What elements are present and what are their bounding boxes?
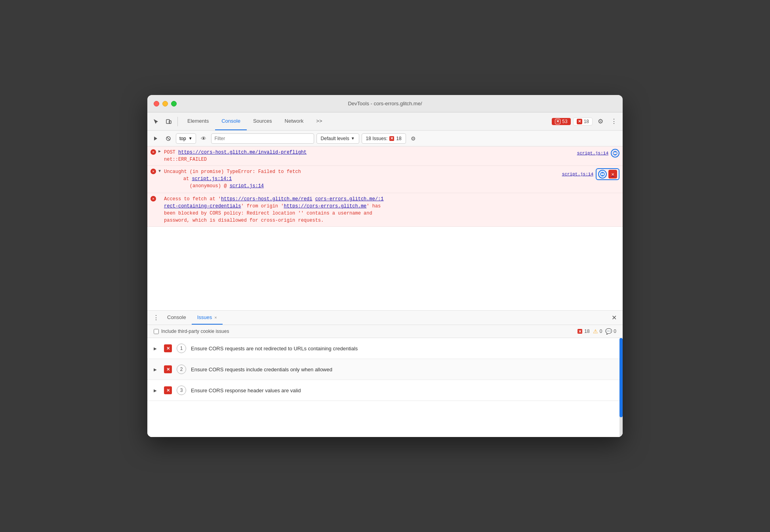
info-count-num: 0: [614, 329, 616, 334]
filter-input[interactable]: [211, 133, 314, 144]
method-label: POST: [164, 150, 178, 155]
issue-num-1: 1: [177, 344, 186, 353]
more-options-icon[interactable]: ⋮: [608, 116, 619, 127]
issues-count: 18: [396, 136, 401, 141]
error-count-badge[interactable]: ✕ 53: [552, 118, 570, 125]
block-button[interactable]: [163, 133, 173, 144]
context-selector[interactable]: top ▼: [176, 133, 196, 144]
toolbar-right: ✕ 53 ✕ 18 ⚙ ⋮: [552, 116, 619, 127]
device-icon[interactable]: [163, 116, 174, 127]
error-circle-2: ✕: [151, 169, 156, 174]
cors-url-1[interactable]: https://cors-host.glitch.me/redi: [221, 196, 312, 202]
tab-console[interactable]: Console: [215, 112, 247, 130]
highlighted-actions: ✕: [596, 168, 619, 180]
svg-line-4: [167, 137, 170, 140]
cors-error-prefix: Access to fetch at ': [164, 196, 221, 202]
tab-more[interactable]: >>: [310, 112, 328, 130]
url-link-1[interactable]: https://cors-host.glitch.me/invalid-pref…: [178, 150, 307, 155]
bottom-tab-issues[interactable]: Issues ×: [192, 311, 223, 325]
main-toolbar: Elements Console Sources Network >> ✕ 53…: [147, 112, 623, 131]
close-button[interactable]: [154, 101, 159, 106]
error-message-2: Uncaught (in promise) TypeError: Failed …: [164, 169, 301, 175]
cors-err-has: ' has: [366, 203, 381, 209]
at-link[interactable]: script.js:14:1: [192, 176, 232, 182]
error-x-icon: ✕: [555, 119, 560, 124]
console-entry-3: ✕ Access to fetch at 'https://cors-host.…: [147, 193, 623, 227]
svg-marker-2: [154, 137, 157, 141]
default-levels-label: Default levels: [321, 136, 349, 141]
bottom-issues-label: Issues: [197, 314, 212, 320]
warn-count-num: 0: [600, 329, 602, 334]
bottom-tab-bar: ⋮ Console Issues × ✕: [147, 311, 623, 325]
settings-icon[interactable]: ⚙: [595, 116, 606, 127]
bottom-more-icon[interactable]: ⋮: [151, 312, 162, 323]
info-bubble-icon: 💬: [605, 328, 612, 334]
close-error-button[interactable]: ✕: [608, 170, 617, 179]
devtools-window: DevTools - cors-errors.glitch.me/ Elemen…: [147, 95, 623, 437]
source-link-2[interactable]: script.js:14: [562, 172, 593, 177]
bottom-panel: ⋮ Console Issues × ✕ Include third-party…: [147, 310, 623, 437]
error-icon-3: ✕: [151, 196, 158, 201]
panel-close-button[interactable]: ✕: [608, 312, 619, 323]
issues-label: 18 Issues:: [366, 136, 388, 141]
expand-arrow-1[interactable]: ▶: [158, 149, 164, 154]
warn-count: 18: [584, 119, 589, 124]
tab-sources[interactable]: Sources: [247, 112, 278, 130]
anon-line: (anonymous) @: [164, 183, 230, 189]
error-text-1: net::ERR_FAILED: [164, 157, 207, 162]
scrollbar-thumb[interactable]: [619, 338, 623, 417]
third-party-checkbox-label[interactable]: Include third-party cookie issues: [154, 329, 229, 334]
issues-tab-close[interactable]: ×: [214, 315, 217, 320]
context-label: top: [179, 136, 186, 141]
levels-dropdown-icon: ▼: [351, 136, 355, 141]
eye-icon[interactable]: 👁: [198, 133, 209, 144]
scroll-icon-active[interactable]: [598, 170, 607, 179]
console-settings-icon[interactable]: ⚙: [408, 133, 419, 144]
warn-count-badge[interactable]: ✕ 18: [573, 118, 593, 125]
cursor-icon[interactable]: [151, 116, 162, 127]
issue-badge-3: ✕: [164, 386, 172, 394]
tab-network[interactable]: Network: [278, 112, 310, 130]
entry-content-1: POST https://cors-host.glitch.me/invalid…: [164, 149, 571, 163]
cors-origin[interactable]: https://cors-errors.glitch.me: [284, 203, 366, 209]
default-levels-button[interactable]: Default levels ▼: [316, 133, 359, 144]
issue-expand-2[interactable]: ▶: [154, 367, 159, 372]
issue-expand-3[interactable]: ▶: [154, 388, 159, 393]
error-icon-1: ✕: [151, 149, 158, 155]
minimize-button[interactable]: [162, 101, 168, 106]
scroll-to-source-icon-1[interactable]: [611, 149, 619, 158]
console-entry-1: ✕ ▶ POST https://cors-host.glitch.me/inv…: [147, 146, 623, 166]
issue-num-2: 2: [177, 365, 186, 374]
error-count-item: ✕ 18: [577, 329, 589, 334]
issues-toolbar: Include third-party cookie issues ✕ 18 ⚠…: [147, 325, 623, 338]
error-count-num: 18: [584, 329, 589, 334]
play-button[interactable]: [151, 133, 161, 144]
anon-link[interactable]: script.js:14: [230, 183, 264, 189]
third-party-checkbox[interactable]: [154, 329, 159, 334]
issue-row-1[interactable]: ▶ ✕ 1 Ensure CORS requests are not redir…: [147, 338, 623, 359]
warning-triangle-icon: ⚠: [593, 328, 598, 334]
issue-expand-1[interactable]: ▶: [154, 346, 159, 351]
console-output: ✕ ▶ POST https://cors-host.glitch.me/inv…: [147, 146, 623, 310]
bottom-tab-console[interactable]: Console: [162, 311, 192, 325]
cors-url-2[interactable]: cors-errors.glitch.me/:1: [315, 196, 384, 202]
issues-counts: ✕ 18 ⚠ 0 💬 0: [577, 328, 616, 334]
error-count: 53: [562, 119, 567, 124]
issue-badge-1: ✕: [164, 344, 172, 352]
issue-row-2[interactable]: ▶ ✕ 2 Ensure CORS requests include crede…: [147, 359, 623, 380]
expand-arrow-2[interactable]: ▼: [158, 168, 164, 173]
tab-elements[interactable]: Elements: [181, 112, 215, 130]
divider: [177, 117, 178, 126]
maximize-button[interactable]: [171, 101, 177, 106]
cors-url-part[interactable]: rect-containing-credentials: [164, 203, 241, 209]
checkbox-text: Include third-party cookie issues: [161, 329, 229, 334]
console-entry-2: ✕ ▼ Uncaught (in promise) TypeError: Fai…: [147, 166, 623, 193]
source-link-1[interactable]: script.js:14: [577, 151, 608, 156]
issue-text-3: Ensure CORS response header values are v…: [191, 388, 616, 393]
issue-text-1: Ensure CORS requests are not redirected …: [191, 346, 616, 352]
issue-row-3[interactable]: ▶ ✕ 3 Ensure CORS response header values…: [147, 380, 623, 401]
issue-text-2: Ensure CORS requests include credentials…: [191, 367, 616, 372]
issues-button[interactable]: 18 Issues: ✕ 18: [362, 133, 406, 144]
warn-x-icon: ✕: [577, 119, 582, 124]
console-toolbar: top ▼ 👁 Default levels ▼ 18 Issues: ✕ 18…: [147, 131, 623, 146]
